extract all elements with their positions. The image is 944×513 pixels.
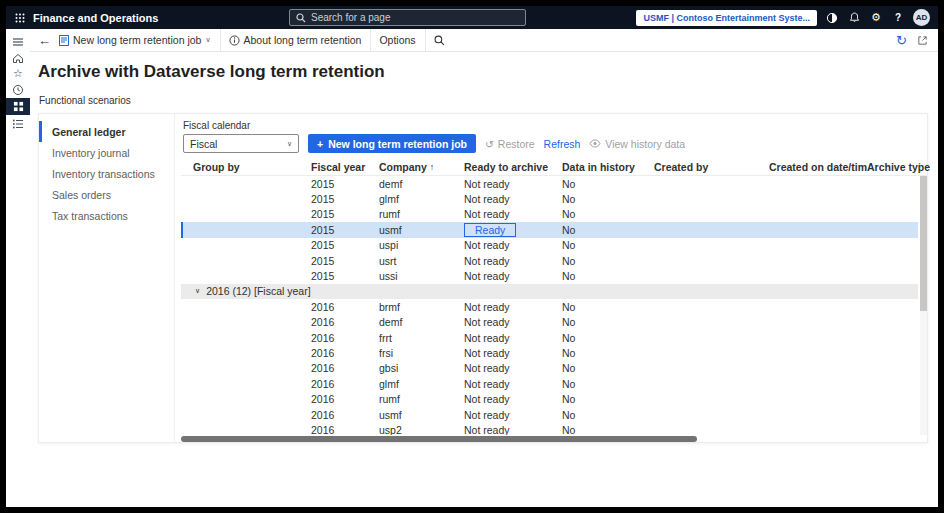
top-navigation-bar: Finance and Operations Search for a page…: [6, 6, 938, 29]
app-launcher-waffle-icon[interactable]: [10, 6, 30, 29]
new-retention-job-button[interactable]: + New long term retention job: [308, 134, 476, 153]
options-menu[interactable]: Options: [379, 29, 425, 51]
page-tab-new-retention-job[interactable]: New long term retention job ∨: [59, 29, 221, 51]
cell-data-in-history: No: [562, 332, 654, 344]
cell-data-in-history: No: [562, 301, 654, 313]
cell-fiscal-year: 2015: [311, 224, 379, 236]
cell-ready-to-archive: Not ready: [464, 362, 562, 374]
help-icon[interactable]: ?: [891, 10, 905, 26]
user-avatar[interactable]: AD: [913, 9, 930, 26]
column-header-fiscal-year[interactable]: Fiscal year: [311, 161, 379, 173]
refresh-icon[interactable]: ↻: [896, 33, 907, 48]
table-row[interactable]: 2016usmfNot readyNo: [181, 407, 918, 422]
cell-ready-to-archive: Not ready: [464, 178, 562, 190]
new-retention-job-label: New long term retention job: [328, 138, 467, 150]
recent-clock-icon[interactable]: [8, 82, 28, 97]
table-row[interactable]: 2015uspiNot readyNo: [181, 238, 918, 253]
scenario-tab-inventory-journal[interactable]: Inventory journal: [39, 142, 174, 163]
notifications-icon[interactable]: [847, 10, 861, 26]
back-arrow-icon[interactable]: ←: [38, 33, 51, 48]
table-row[interactable]: 2016rumfNot readyNo: [181, 391, 918, 406]
focused-cell[interactable]: Ready: [464, 223, 516, 237]
active-module-icon[interactable]: [6, 98, 30, 115]
chevron-down-icon: ∨: [205, 36, 210, 44]
cell-company: glmf: [379, 378, 464, 390]
sort-ascending-icon: ↑: [430, 162, 435, 172]
contrast-icon[interactable]: [825, 10, 839, 26]
vertical-scrollbar[interactable]: [920, 176, 927, 435]
table-row[interactable]: 2015rumfNot readyNo: [181, 207, 918, 222]
cell-data-in-history: No: [562, 424, 654, 435]
collapse-chevron-icon[interactable]: ∨: [195, 287, 200, 295]
table-row[interactable]: 2015glmfNot readyNo: [181, 191, 918, 206]
table-row[interactable]: 2015usmfReadyNo: [181, 222, 918, 237]
cell-company: uspi: [379, 239, 464, 251]
table-row[interactable]: 2016usp2Not readyNo: [181, 422, 918, 435]
column-header-group-by[interactable]: Group by: [193, 161, 311, 173]
fiscal-calendar-select[interactable]: Fiscal ∨: [183, 134, 299, 153]
cell-company: glmf: [379, 193, 464, 205]
vertical-scrollbar-thumb[interactable]: [920, 176, 927, 311]
cell-ready-to-archive: Not ready: [464, 332, 562, 344]
cell-data-in-history: No: [562, 347, 654, 359]
grid-body: 2015demfNot readyNo2015glmfNot readyNo20…: [181, 176, 918, 435]
view-history-data-button[interactable]: View history data: [589, 138, 685, 150]
column-header-company[interactable]: Company↑: [379, 161, 464, 173]
more-options-icon[interactable]: ⋮: [914, 161, 925, 174]
environment-button[interactable]: USMF | Contoso Entertainment Syste...: [636, 10, 817, 26]
open-in-new-window-icon[interactable]: [917, 35, 928, 46]
page-content: Archive with Dataverse long term retenti…: [30, 52, 938, 507]
cell-ready-to-archive: Not ready: [464, 347, 562, 359]
group-header-row[interactable]: ∨2016 (12) [Fiscal year]: [181, 284, 918, 299]
home-icon[interactable]: [8, 50, 28, 65]
cell-company: demf: [379, 178, 464, 190]
group-header-label: 2016 (12) [Fiscal year]: [206, 285, 310, 297]
table-row[interactable]: 2016demfNot readyNo: [181, 315, 918, 330]
table-row[interactable]: 2015demfNot readyNo: [181, 176, 918, 191]
cell-ready-to-archive: Not ready: [464, 239, 562, 251]
cell-data-in-history: No: [562, 208, 654, 220]
table-row[interactable]: 2016gbsiNot readyNo: [181, 361, 918, 376]
cell-fiscal-year: 2016: [311, 362, 379, 374]
cell-data-in-history: No: [562, 316, 654, 328]
page-tab-label: New long term retention job: [73, 34, 201, 46]
horizontal-scrollbar-thumb[interactable]: [181, 436, 697, 442]
command-bar: ← New long term retention job ∨ About lo…: [30, 29, 938, 52]
cell-fiscal-year: 2015: [311, 178, 379, 190]
refresh-button[interactable]: Refresh: [544, 138, 581, 150]
cell-ready-to-archive: Ready: [464, 223, 562, 237]
functional-scenarios-label: Functional scenarios: [39, 95, 928, 106]
table-row[interactable]: 2016frsiNot readyNo: [181, 345, 918, 360]
settings-gear-icon[interactable]: ⚙: [869, 10, 883, 26]
restore-button[interactable]: ↺ Restore: [485, 138, 535, 150]
view-history-label: View history data: [605, 138, 685, 150]
table-row[interactable]: 2016glmfNot readyNo: [181, 376, 918, 391]
column-header-data-in-history[interactable]: Data in history: [562, 161, 654, 173]
fiscal-calendar-label: Fiscal calendar: [183, 120, 927, 131]
table-row[interactable]: 2016brmfNot readyNo: [181, 299, 918, 314]
scenario-tab-tax-transactions[interactable]: Tax transactions: [39, 205, 174, 226]
cell-data-in-history: No: [562, 270, 654, 282]
cell-fiscal-year: 2016: [311, 316, 379, 328]
cell-company: frrt: [379, 332, 464, 344]
column-header-created-on-date-time[interactable]: Created on date/time: [769, 161, 867, 173]
favorites-star-icon[interactable]: ☆: [8, 66, 28, 81]
scenario-tab-inventory-transactions[interactable]: Inventory transactions: [39, 163, 174, 184]
global-search-box[interactable]: Search for a page: [289, 9, 526, 26]
modules-list-icon[interactable]: [8, 116, 28, 131]
column-header-ready-to-archive[interactable]: Ready to archive: [464, 161, 562, 173]
horizontal-scrollbar[interactable]: [181, 436, 918, 442]
command-search-icon[interactable]: [434, 35, 445, 46]
scenario-tab-general-ledger[interactable]: General ledger: [39, 121, 174, 142]
hamburger-menu-icon[interactable]: [8, 34, 28, 49]
column-header-created-by[interactable]: Created by: [654, 161, 769, 173]
cell-fiscal-year: 2015: [311, 255, 379, 267]
scenario-tab-sales-orders[interactable]: Sales orders: [39, 184, 174, 205]
table-row[interactable]: 2015usrtNot readyNo: [181, 253, 918, 268]
table-row[interactable]: 2016frrtNot readyNo: [181, 330, 918, 345]
table-row[interactable]: 2015ussiNot readyNo: [181, 268, 918, 283]
cell-company: ussi: [379, 270, 464, 282]
topbar-actions: USMF | Contoso Entertainment Syste... ⚙ …: [636, 9, 930, 26]
cell-company: frsi: [379, 347, 464, 359]
about-long-term-retention-button[interactable]: About long term retention: [229, 29, 372, 51]
